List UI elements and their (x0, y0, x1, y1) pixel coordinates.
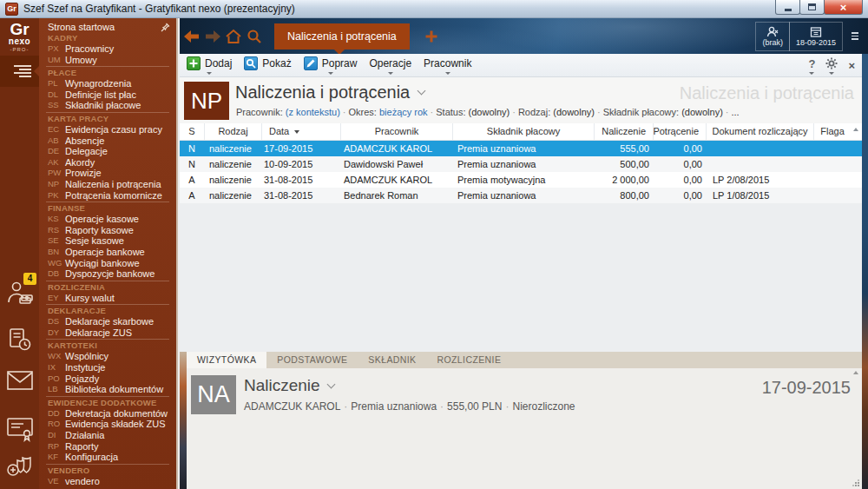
operacje-button[interactable]: Operacje (369, 56, 411, 75)
rail-item-documents[interactable] (0, 416, 39, 442)
new-tab-button[interactable] (421, 26, 442, 47)
detail-subtitle: ADAMCZUK KAROL·Premia uznaniowa·555,00 P… (244, 400, 575, 413)
table-row[interactable]: Analiczenie31-08-2015Bednarek RomanPremi… (180, 188, 862, 203)
popraw-button[interactable]: Popraw (304, 56, 358, 75)
sidebar-item-rp[interactable]: RPRaporty (39, 441, 176, 453)
minimize-button[interactable] (775, 0, 800, 15)
filter-separator: · (510, 107, 518, 117)
sidebar-item-pk[interactable]: PKPotrącenia komornicze (39, 190, 176, 202)
column-header-pracownik[interactable]: Pracownik (340, 123, 452, 140)
sidebar-item-ix[interactable]: IXInstytucje (39, 362, 176, 373)
sidebar-item-dy[interactable]: DYDeklaracje ZUS (39, 327, 176, 339)
rail-item-messages[interactable] (0, 370, 39, 391)
sidebar-item-bn[interactable]: BNOperacje bankowe (39, 247, 176, 258)
menu-toggle-button[interactable] (0, 56, 39, 87)
forward-button[interactable] (202, 26, 223, 47)
column-header-naliczenie[interactable]: Naliczenie (594, 123, 653, 140)
window-controls: × (776, 0, 863, 15)
sidebar-divider (46, 112, 169, 113)
column-header-dokument-rozliczaj-cy[interactable]: Dokument rozliczający (706, 123, 813, 140)
column-header-potr-cenie[interactable]: Potrącenie (653, 123, 706, 140)
close-icon: × (840, 2, 847, 13)
tab-naliczenia-i-potracenia[interactable]: Naliczenia i potrącenia (274, 23, 410, 50)
detail-tab-wizyt-wka[interactable]: WIZYTÓWKA (187, 352, 266, 368)
pin-icon[interactable] (161, 23, 170, 32)
sidebar-item-se[interactable]: SESesje kasowe (39, 235, 176, 247)
resize-grip[interactable] (852, 479, 859, 486)
filter-value-rodzaj[interactable]: (dowolny) (553, 107, 595, 117)
detail-tab-sk-adnik[interactable]: SKŁADNIK (358, 352, 426, 368)
filter-more[interactable]: ... (732, 107, 740, 117)
sidebar-item-de[interactable]: DEDelegacje (39, 146, 176, 157)
sidebar-item-label: Naliczenia i potrącenia (65, 179, 161, 190)
cell-data: 10-09-2015 (261, 156, 340, 172)
sidebar-item-rs[interactable]: RSRaporty kasowe (39, 225, 176, 236)
sidebar-item-ey[interactable]: EYKursy walut (39, 293, 176, 304)
search-button[interactable] (244, 26, 265, 47)
sidebar-item-dl[interactable]: DLDefinicje list płac (39, 89, 176, 101)
sidebar-item-po[interactable]: POPojazdy (39, 373, 176, 385)
maximize-button[interactable] (799, 0, 825, 15)
detail-tab-rozliczenie[interactable]: ROZLICZENIE (426, 352, 511, 368)
sidebar-item-pw[interactable]: PWProwizje (39, 168, 176, 179)
column-header-data[interactable]: Data (261, 123, 340, 140)
filter-value-pracownik[interactable]: (z kontekstu) (286, 107, 340, 117)
sidebar-item-ec[interactable]: ECEwidencja czasu pracy (39, 124, 176, 135)
sidebar-item-ab[interactable]: ABAbsencje (39, 135, 176, 147)
sidebar-item-ve[interactable]: VEvendero (39, 476, 176, 487)
sidebar-item-ss[interactable]: SSSkładniki płacowe (39, 100, 176, 111)
sidebar-item-pl[interactable]: PLWynagrodzenia (39, 78, 176, 89)
sidebar-item-strona-startowa[interactable]: Strona startowa (39, 21, 176, 33)
sidebar-item-ds[interactable]: DSDeklaracje skarbowe (39, 316, 176, 327)
close-button[interactable]: × (824, 0, 863, 15)
scroll-up-icon[interactable] (853, 128, 858, 131)
detail-title-dropdown[interactable]: Naliczenie (244, 376, 334, 395)
column-header-sk-adnik-p-acowy[interactable]: Składnik płacowy (452, 123, 594, 140)
sidebar-item-wx[interactable]: WXWspólnicy (39, 351, 176, 362)
nav-overflow-button[interactable] (847, 22, 863, 51)
home-icon (225, 29, 242, 44)
sidebar-item-np[interactable]: NPNaliczenia i potrącenia (39, 179, 176, 190)
close-view-button[interactable]: × (848, 59, 855, 72)
sidebar-item-lb[interactable]: LBBiblioteka dokumentów (39, 384, 176, 395)
toolbar-right: ? × (808, 56, 855, 75)
sidebar-item-kf[interactable]: KFKonfiguracja (39, 452, 176, 463)
sidebar-item-ak[interactable]: AKAkordy (39, 157, 176, 169)
work-date-button[interactable]: 18-09-2015 (789, 22, 843, 51)
sidebar-item-ro[interactable]: ROEwidencja składek ZUS (39, 419, 176, 430)
sidebar-item-db[interactable]: DBDyspozycje bankowe (39, 268, 176, 280)
table-row[interactable]: Nnaliczenie10-09-2015Dawidowski PawełPre… (180, 156, 862, 172)
table-row[interactable]: Nnaliczenie17-09-2015ADAMCZUK KAROLPremi… (180, 141, 862, 156)
column-header-s[interactable]: S (180, 123, 204, 140)
toolbar: DodajPokażPoprawOperacjePracownik ? × (180, 54, 862, 77)
back-button[interactable] (181, 26, 202, 47)
table-row[interactable]: Analiczenie31-08-2015ADAMCZUK KAROLPremi… (180, 172, 862, 188)
filter-value-okres[interactable]: bieżący rok (379, 107, 428, 117)
sidebar-item-px[interactable]: PXPracownicy (39, 43, 176, 55)
detail-tab-podstawowe[interactable]: PODSTAWOWE (266, 352, 358, 368)
column-header-flaga[interactable]: Flaga (813, 123, 851, 140)
detail-title: Naliczenie (244, 376, 320, 395)
sidebar-item-wg[interactable]: WGWyciągi bankowe (39, 258, 176, 269)
hamburger-icon (14, 65, 31, 67)
cell-skladnik: Premia motywacyjna (452, 172, 594, 188)
pracownik-button[interactable]: Pracownik (424, 56, 471, 75)
filter-value-sk-adnik-p-acowy[interactable]: (dowolny) (681, 107, 723, 117)
help-button[interactable]: ? (808, 56, 815, 75)
sidebar-item-um[interactable]: UMUmowy (39, 55, 176, 66)
pokaz-button[interactable]: Pokaż (244, 56, 291, 75)
list-title-dropdown[interactable]: Naliczenia i potrącenia (235, 83, 424, 102)
scroll-up-icon[interactable] (853, 371, 858, 374)
sidebar-item-di[interactable]: DIDziałania (39, 430, 176, 441)
sidebar-item-ks[interactable]: KSOperacje kasowe (39, 214, 176, 225)
home-button[interactable] (223, 26, 244, 47)
column-header-rodzaj[interactable]: Rodzaj (204, 123, 261, 140)
rail-item-community[interactable] (0, 454, 39, 480)
sidebar-item-dd[interactable]: DDDekretacja dokumentów (39, 408, 176, 420)
settings-button[interactable] (825, 56, 838, 75)
user-button[interactable]: (brak) (755, 22, 790, 51)
dodaj-button[interactable]: Dodaj (187, 56, 232, 75)
sidebar-menu: Strona startowa KADRYPXPracownicyUMUmowy… (39, 18, 178, 489)
rail-item-time[interactable] (0, 327, 39, 353)
filter-value-status[interactable]: (dowolny) (469, 107, 510, 117)
